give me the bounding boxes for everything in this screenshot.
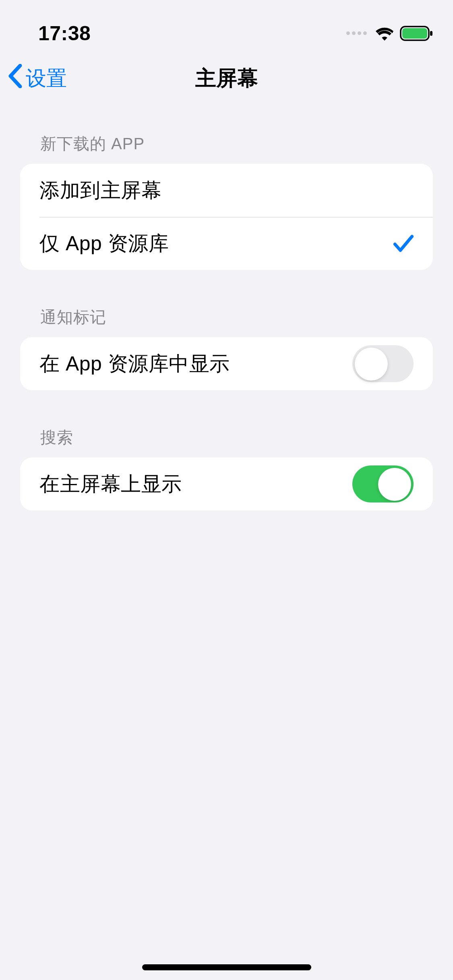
page-title: 主屏幕	[195, 64, 258, 93]
svg-rect-1	[402, 28, 427, 39]
show-in-library-label: 在 App 资源库中显示	[39, 350, 230, 377]
signal-dots-icon	[346, 31, 367, 35]
option-app-library-only[interactable]: 仅 App 资源库	[20, 217, 433, 270]
toggle-show-on-home[interactable]	[352, 465, 414, 502]
row-show-on-home: 在主屏幕上显示	[20, 457, 433, 511]
option-add-to-home[interactable]: 添加到主屏幕	[20, 164, 433, 217]
option-app-library-only-label: 仅 App 资源库	[39, 230, 169, 257]
section-new-apps: 新下载的 APP 添加到主屏幕 仅 App 资源库	[20, 133, 433, 270]
show-on-home-label: 在主屏幕上显示	[39, 471, 182, 498]
option-add-to-home-label: 添加到主屏幕	[39, 177, 161, 204]
section-badges: 通知标记 在 App 资源库中显示	[20, 306, 433, 390]
toggle-show-in-library[interactable]	[352, 345, 414, 382]
svg-rect-2	[430, 31, 432, 36]
section-header-badges: 通知标记	[20, 306, 433, 337]
checkmark-icon	[393, 234, 414, 253]
section-header-search: 搜索	[20, 426, 433, 457]
status-indicators	[346, 25, 433, 41]
nav-bar: 设置 主屏幕	[0, 52, 453, 105]
section-header-new-apps: 新下载的 APP	[20, 133, 433, 164]
status-bar: 17:38	[0, 0, 453, 52]
wifi-icon	[375, 26, 394, 41]
status-time: 17:38	[38, 22, 91, 45]
home-indicator[interactable]	[142, 964, 311, 970]
row-show-in-library: 在 App 资源库中显示	[20, 337, 433, 390]
section-search: 搜索 在主屏幕上显示	[20, 426, 433, 511]
battery-icon	[400, 25, 433, 41]
chevron-left-icon	[8, 64, 23, 93]
back-button[interactable]: 设置	[8, 64, 67, 93]
back-label: 设置	[26, 65, 67, 93]
